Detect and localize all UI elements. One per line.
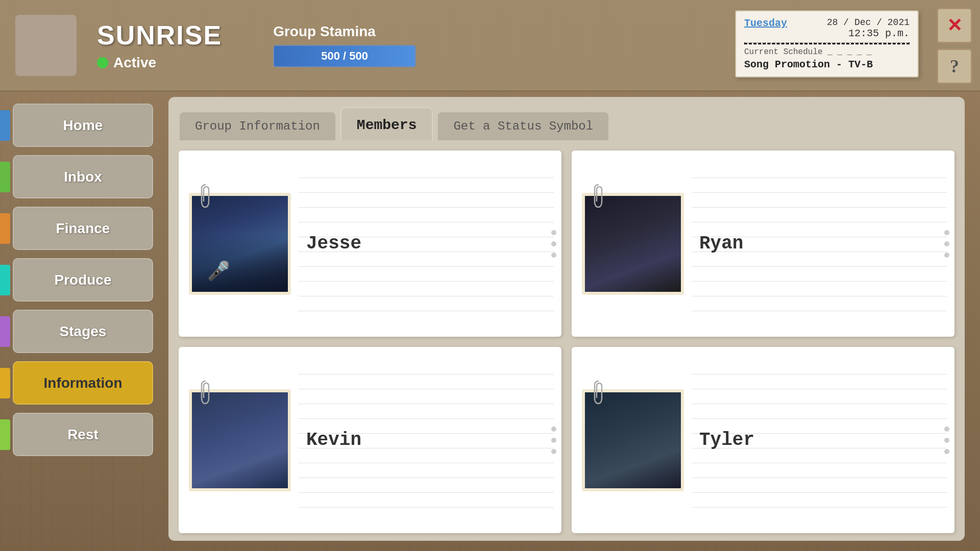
card-right-dashes (551, 230, 556, 258)
member-name-jesse: Jesse (306, 233, 361, 254)
group-name: SUNRISE (97, 20, 222, 51)
calendar-top-row: Tuesday 28 / Dec / 2021 12:35 p.m. (744, 17, 910, 39)
calendar-widget: Tuesday 28 / Dec / 2021 12:35 p.m. Curre… (735, 10, 919, 78)
sidebar-item-home[interactable]: Home (0, 101, 163, 149)
sidebar-item-rest[interactable]: Rest (0, 410, 163, 459)
sidebar-item-finance[interactable]: Finance (0, 204, 163, 253)
sidebar-button-information[interactable]: Information (13, 361, 153, 405)
calendar-schedule-label: Current Schedule _ _ _ _ _ (744, 47, 910, 57)
sidebar-item-stages[interactable]: Stages (0, 307, 163, 356)
sidebar-item-produce[interactable]: Produce (0, 256, 163, 304)
status-row: Active (97, 55, 222, 71)
tab-group-information[interactable]: Group Information (179, 111, 336, 140)
help-button[interactable]: ? (937, 48, 972, 84)
sidebar-tab-home (0, 110, 10, 141)
card-right-dashes-kevin (551, 427, 556, 454)
tab-status-symbol[interactable]: Get a Status Symbol (437, 111, 609, 140)
calendar-time: 12:35 p.m. (827, 28, 910, 39)
calendar-schedule-value: Song Promotion - TV-B (744, 59, 910, 70)
sidebar-button-stages[interactable]: Stages (13, 310, 153, 353)
paperclip-jesse (199, 183, 211, 208)
members-grid: Jesse Ryan (179, 151, 954, 533)
sidebar: Home Inbox Finance Produce Stages Inform… (0, 93, 163, 551)
sidebar-button-home[interactable]: Home (13, 104, 153, 147)
member-name-area-kevin: Kevin (301, 355, 554, 525)
paperclip-kevin (199, 379, 211, 405)
main-content: Group Information Members Get a Status S… (168, 97, 965, 541)
close-button[interactable]: ✕ (937, 8, 972, 43)
member-name-ryan: Ryan (699, 233, 743, 254)
sidebar-item-information[interactable]: Information (0, 359, 163, 407)
member-name-kevin: Kevin (306, 430, 361, 450)
sidebar-tab-information (0, 368, 10, 398)
calendar-divider (744, 42, 910, 44)
paperclip-tyler (592, 379, 604, 405)
close-icon: ✕ (947, 15, 962, 36)
status-dot (97, 57, 108, 68)
sidebar-button-inbox[interactable]: Inbox (13, 155, 153, 198)
sidebar-tab-produce (0, 265, 10, 295)
group-avatar (15, 15, 77, 76)
calendar-day: Tuesday (744, 17, 787, 29)
card-right-dashes-ryan (944, 230, 949, 258)
sidebar-tab-rest (0, 419, 10, 450)
member-card-ryan[interactable]: Ryan (572, 151, 954, 337)
stamina-label: Group Stamina (273, 23, 416, 40)
member-photo-wrapper-jesse (189, 193, 291, 295)
stamina-bar: 500 / 500 (273, 45, 416, 67)
member-photo-wrapper-ryan (582, 193, 684, 295)
member-name-area-ryan: Ryan (694, 158, 947, 329)
member-photo-wrapper-kevin (189, 389, 291, 491)
member-name-area-jesse: Jesse (301, 158, 554, 329)
sidebar-button-produce[interactable]: Produce (13, 258, 153, 302)
member-card-kevin[interactable]: Kevin (179, 347, 561, 533)
member-card-tyler[interactable]: Tyler (572, 347, 954, 533)
card-right-dashes-tyler (944, 427, 949, 454)
sidebar-tab-stages (0, 316, 10, 347)
group-info: SUNRISE Active (97, 20, 222, 71)
sidebar-item-inbox[interactable]: Inbox (0, 153, 163, 201)
stamina-value: 500 / 500 (321, 49, 368, 63)
member-name-tyler: Tyler (699, 430, 754, 450)
sidebar-tab-finance (0, 213, 10, 244)
sidebar-button-rest[interactable]: Rest (13, 413, 153, 456)
paperclip-ryan (592, 183, 604, 208)
sidebar-tab-inbox (0, 162, 10, 192)
help-icon: ? (950, 56, 959, 77)
calendar-date: 28 / Dec / 2021 (827, 17, 910, 28)
status-text: Active (113, 55, 156, 71)
sidebar-button-finance[interactable]: Finance (13, 207, 153, 250)
stamina-section: Group Stamina 500 / 500 (273, 23, 416, 67)
tab-members[interactable]: Members (340, 107, 433, 140)
member-card-jesse[interactable]: Jesse (179, 151, 561, 337)
tabs-row: Group Information Members Get a Status S… (179, 107, 954, 140)
member-name-area-tyler: Tyler (694, 355, 947, 525)
member-photo-wrapper-tyler (582, 389, 684, 491)
